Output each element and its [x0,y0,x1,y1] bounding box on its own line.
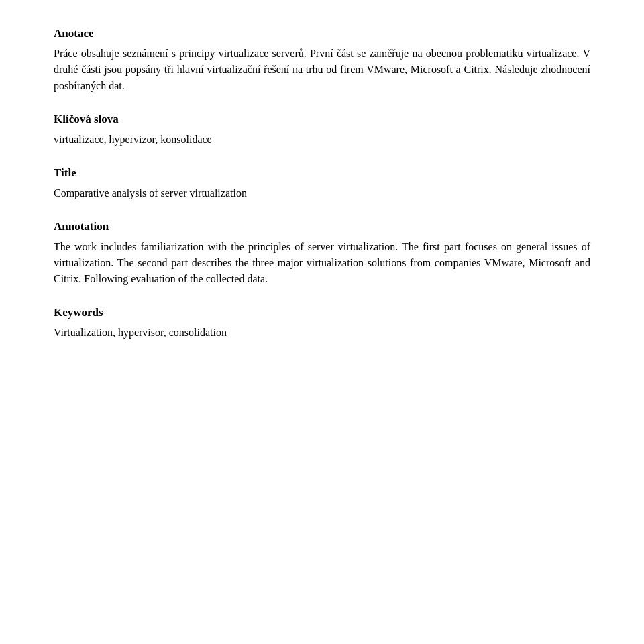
keywords-section: Keywords Virtualization, hypervisor, con… [54,306,590,341]
title-section: Title Comparative analysis of server vir… [54,166,590,201]
klicova-slova-heading: Klíčová slova [54,113,590,126]
keywords-heading: Keywords [54,306,590,319]
annotation-body: The work includes familiarization with t… [54,239,590,287]
title-body: Comparative analysis of server virtualiz… [54,185,590,201]
keywords-body: Virtualization, hypervisor, consolidatio… [54,325,590,341]
anotace-body: Práce obsahuje seznámení s principy virt… [54,46,590,94]
klicova-slova-section: Klíčová slova virtualizace, hypervizor, … [54,113,590,148]
annotation-section: Annotation The work includes familiariza… [54,220,590,287]
anotace-heading: Anotace [54,27,590,40]
title-heading: Title [54,166,590,180]
annotation-heading: Annotation [54,220,590,233]
klicova-slova-body: virtualizace, hypervizor, konsolidace [54,131,590,148]
anotace-section: Anotace Práce obsahuje seznámení s princ… [54,27,590,94]
